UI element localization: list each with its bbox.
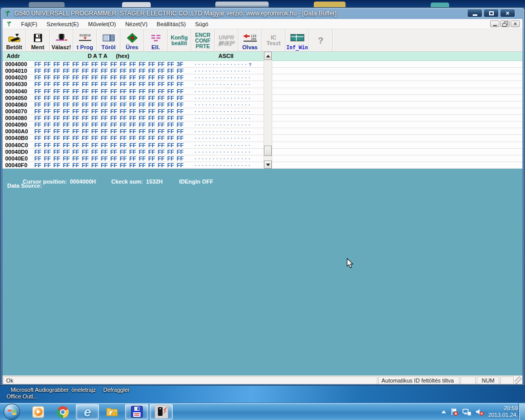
menu-item-súgó[interactable]: Súgó — [190, 21, 213, 27]
taskbar-item-internet-explorer[interactable]: e — [76, 404, 99, 419]
start-button[interactable] — [4, 404, 20, 420]
clock-time: 20:59 — [488, 405, 518, 412]
desktop-icon-label[interactable]: Defraggler — [94, 387, 138, 393]
hex-ascii[interactable]: ················ — [195, 75, 252, 81]
action-center-flag-icon[interactable] — [450, 408, 458, 416]
hex-ascii[interactable]: ················ — [195, 103, 252, 108]
toolbar-button-load[interactable]: Betölt — [3, 29, 26, 51]
hex-ascii[interactable]: ················ — [195, 150, 252, 155]
toolbar-button-ic-test[interactable]: IC Teszt — [262, 29, 286, 51]
hex-row-00040B0[interactable]: 00040B0FF FF FF FF FF FF FF FF FF FF FF … — [3, 135, 522, 142]
toolbar-button-erase[interactable]: Töröl — [97, 29, 120, 51]
hex-ascii[interactable]: ················ — [195, 163, 252, 168]
hex-bytes[interactable]: FF FF FF FF FF FF FF FF FF FF FF FF FF F… — [34, 74, 184, 81]
hex-row-0004030[interactable]: 0004030FF FF FF FF FF FF FF FF FF FF FF … — [3, 81, 522, 88]
toolbar-button-blank-check[interactable]: Üres — [120, 29, 144, 51]
toolbar-button-info-window[interactable]: Inf_Win — [286, 29, 309, 51]
hex-ascii[interactable]: ················ — [195, 96, 252, 101]
scroll-down-button[interactable] — [264, 161, 272, 169]
hex-row-0004050[interactable]: 0004050FF FF FF FF FF FF FF FF FF FF FF … — [3, 95, 522, 102]
toolbar-button-unprotect[interactable]: UNPR 解保护 — [215, 29, 238, 51]
hex-bytes[interactable]: FF FF FF FF FF FF FF FF FF FF FF FF FF F… — [34, 122, 184, 128]
hex-ascii[interactable]: ················ — [195, 89, 252, 94]
scrollbar-thumb[interactable] — [264, 146, 272, 156]
toolbar-button-label: Ell. — [151, 45, 160, 50]
app-window: G540 UNIVERSALL PROGRAMMER. STAGER ELECT… — [0, 7, 525, 386]
show-desktop-button[interactable] — [519, 403, 525, 420]
hex-address: 00040E0 — [5, 155, 28, 162]
svg-text:010010: 010010 — [79, 33, 91, 37]
hex-bytes[interactable]: FF FF FF FF FF FF FF FF FF FF FF FF FF F… — [34, 108, 184, 114]
taskbar-item-media-player[interactable] — [27, 404, 50, 419]
mdi-restore-button[interactable] — [500, 21, 510, 27]
hex-ascii[interactable]: ················ — [195, 82, 252, 87]
hex-bytes[interactable]: FF FF FF FF FF FF FF FF FF FF FF FF FF F… — [34, 95, 184, 101]
hex-bytes[interactable]: FF FF FF FF FF FF FF FF FF FF FF FF FF F… — [34, 61, 183, 67]
hex-row-0004060[interactable]: 0004060FF FF FF FF FF FF FF FF FF FF FF … — [3, 102, 522, 108]
volume-muted-icon[interactable] — [475, 408, 484, 416]
scroll-up-button[interactable] — [264, 52, 272, 60]
resize-grip[interactable] — [515, 376, 522, 384]
hex-ascii[interactable]: ················ — [195, 123, 252, 128]
hex-row-00040E0[interactable]: 00040E0FF FF FF FF FF FF FF FF FF FF FF … — [3, 155, 522, 162]
toolbar-button-help[interactable]: ? — [309, 29, 333, 51]
maximize-button[interactable] — [483, 9, 499, 17]
vertical-scrollbar[interactable] — [264, 52, 272, 169]
hex-row-00040F0[interactable]: 00040F0FF FF FF FF FF FF FF FF FF FF FF … — [3, 162, 522, 169]
hex-row-00040A0[interactable]: 00040A0FF FF FF FF FF FF FF FF FF FF FF … — [3, 128, 522, 135]
taskbar-item-programmer-app[interactable] — [150, 404, 173, 419]
toolbar-button-encrypt[interactable]: ENCR CONF PRTE — [191, 29, 215, 51]
hex-ascii[interactable]: ················ — [195, 109, 252, 114]
hex-bytes[interactable]: FF FF FF FF FF FF FF FF FF FF FF FF FF F… — [34, 128, 184, 134]
hex-row-00040D0[interactable]: 00040D0FF FF FF FF FF FF FF FF FF FF FF … — [3, 149, 522, 155]
tray-clock[interactable]: 20:59 2013.01.24. — [488, 405, 518, 418]
toolbar-button-config[interactable]: Konfig beállít — [168, 29, 191, 51]
screen: G540 UNIVERSALL PROGRAMMER. STAGER ELECT… — [0, 0, 525, 420]
hex-bytes[interactable]: FF FF FF FF FF FF FF FF FF FF FF FF FF F… — [34, 102, 184, 108]
hex-bytes[interactable]: FF FF FF FF FF FF FF FF FF FF FF FF FF F… — [34, 135, 184, 141]
hex-row-0004020[interactable]: 0004020FF FF FF FF FF FF FF FF FF FF FF … — [3, 74, 522, 81]
menu-item-művelet[interactable]: Művelet(O) — [84, 21, 120, 27]
minimize-button[interactable] — [467, 9, 482, 17]
taskbar: e — [0, 403, 525, 420]
toolbar-button-save[interactable]: Ment — [26, 29, 50, 51]
hex-bytes[interactable]: FF FF FF FF FF FF FF FF FF FF FF FF FF F… — [34, 162, 184, 168]
tray-expand-icon[interactable] — [441, 410, 446, 413]
close-button[interactable]: × — [500, 9, 515, 17]
hex-ascii[interactable]: ················ — [195, 143, 252, 148]
hex-row-00040C0[interactable]: 00040C0FF FF FF FF FF FF FF FF FF FF FF … — [3, 142, 522, 149]
toolbar-button-read[interactable]: 110100Olvas — [238, 29, 262, 51]
hex-bytes[interactable]: FF FF FF FF FF FF FF FF FF FF FF FF FF F… — [34, 142, 184, 148]
toolbar-button-select[interactable]: Válasz! — [50, 29, 73, 51]
hex-row-0004080[interactable]: 0004080FF FF FF FF FF FF FF FF FF FF FF … — [3, 115, 522, 122]
hex-bytes[interactable]: FF FF FF FF FF FF FF FF FF FF FF FF FF F… — [34, 155, 184, 162]
network-icon[interactable] — [462, 408, 471, 416]
toolbar-button-program[interactable]: 010010t Prog — [73, 29, 97, 51]
mdi-minimize-button[interactable] — [490, 21, 499, 27]
menu-item-beállítás[interactable]: Beállítás(S) — [152, 21, 191, 27]
hex-bytes[interactable]: FF FF FF FF FF FF FF FF FF FF FF FF FF F… — [34, 81, 184, 87]
hex-bytes[interactable]: FF FF FF FF FF FF FF FF FF FF FF FF FF F… — [34, 68, 184, 74]
hex-row-0004070[interactable]: 0004070FF FF FF FF FF FF FF FF FF FF FF … — [3, 108, 522, 115]
hex-ascii[interactable]: ···············? — [195, 62, 253, 67]
hex-bytes[interactable]: FF FF FF FF FF FF FF FF FF FF FF FF FF F… — [34, 88, 184, 94]
taskbar-item-chrome[interactable] — [51, 404, 74, 419]
hex-ascii[interactable]: ················ — [195, 129, 252, 134]
taskbar-item-outlook[interactable] — [100, 404, 124, 419]
hex-row-0004090[interactable]: 0004090FF FF FF FF FF FF FF FF FF FF FF … — [3, 122, 522, 128]
toolbar-button-verify[interactable]: Ell. — [144, 29, 168, 51]
menu-item-szerkeszt[interactable]: Szerkeszt(E) — [42, 21, 84, 27]
hex-ascii[interactable]: ················ — [195, 116, 252, 121]
hex-row-0004010[interactable]: 0004010FF FF FF FF FF FF FF FF FF FF FF … — [3, 68, 522, 74]
hex-ascii[interactable]: ················ — [195, 136, 252, 141]
mdi-close-button[interactable]: × — [511, 21, 520, 27]
hex-row-0004000[interactable]: 0004000FF FF FF FF FF FF FF FF FF FF FF … — [3, 61, 522, 68]
taskbar-item-floppy-app[interactable] — [125, 404, 148, 419]
hex-ascii[interactable]: ················ — [195, 156, 252, 162]
hex-row-0004040[interactable]: 0004040FF FF FF FF FF FF FF FF FF FF FF … — [3, 88, 522, 95]
hex-ascii[interactable]: ················ — [195, 69, 252, 74]
hex-bytes[interactable]: FF FF FF FF FF FF FF FF FF FF FF FF FF F… — [34, 115, 184, 121]
menu-item-fájl[interactable]: Fájl(F) — [16, 21, 42, 27]
hex-bytes[interactable]: FF FF FF FF FF FF FF FF FF FF FF FF FF F… — [34, 149, 184, 155]
menu-item-nézet[interactable]: Nézet(V) — [120, 21, 152, 27]
